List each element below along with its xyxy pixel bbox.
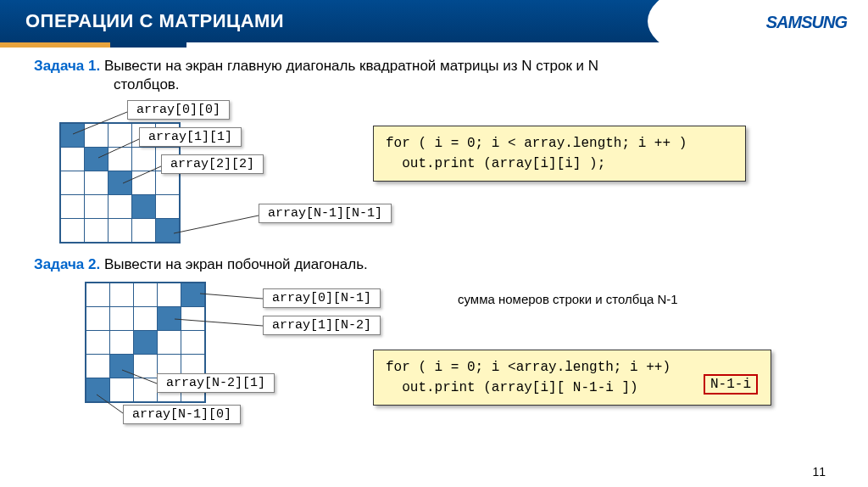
- content: Задача 1. Вывести на экран главную диаго…: [0, 48, 868, 443]
- code1-line2: out.print (array[i][i] );: [386, 154, 733, 174]
- callout-0n1: array[0][N-1]: [263, 288, 381, 308]
- task2-label: Задача 2.: [34, 256, 100, 272]
- svg-line-4: [200, 294, 263, 299]
- task1-label: Задача 1.: [34, 58, 100, 74]
- slide-title: ОПЕРАЦИИ С МАТРИЦАМИ: [25, 10, 284, 32]
- svg-line-3: [174, 216, 259, 233]
- task2-note: сумма номеров строки и столбца N-1: [458, 292, 678, 306]
- section1: array[0][0] array[1][1] array[2][2] arra…: [34, 100, 834, 244]
- page-number: 11: [812, 465, 826, 479]
- callout-11: array[1][1]: [139, 127, 242, 147]
- task1-line: Задача 1. Вывести на экран главную диаго…: [34, 58, 834, 75]
- slide-header: ОПЕРАЦИИ С МАТРИЦАМИ SAMSUNG: [0, 0, 868, 42]
- callout-n10: array[N-1][0]: [123, 405, 241, 424]
- code2-line2: out.print (array[i][ N-1-i ]): [386, 378, 759, 398]
- codebox-1: for ( i = 0; i < array.length; i ++ ) ou…: [373, 126, 746, 182]
- callout-n21: array[N-2][1]: [157, 373, 275, 393]
- callout-nn: array[N-1][N-1]: [259, 204, 392, 223]
- section2: array[0][N-1] array[1][N-2] array[N-2][1…: [34, 282, 834, 443]
- task2-line: Задача 2. Вывести на экран побочной диаг…: [34, 256, 834, 273]
- callout-22: array[2][2]: [161, 154, 264, 174]
- callout-1n2: array[1][N-2]: [263, 316, 381, 335]
- code2-line1: for ( i = 0; i <array.length; i ++): [386, 357, 759, 378]
- callout-00: array[0][0]: [127, 100, 230, 120]
- code1-line1: for ( i = 0; i < array.length; i ++ ): [386, 133, 733, 154]
- task2-text: Вывести на экран побочной диагональ.: [100, 256, 368, 272]
- samsung-logo: SAMSUNG: [766, 13, 847, 32]
- task1-text-b: столбцов.: [34, 76, 834, 93]
- task1-text-a: Вывести на экран главную диагональ квадр…: [100, 58, 598, 74]
- highlight-n1i: N-1-i: [704, 374, 758, 395]
